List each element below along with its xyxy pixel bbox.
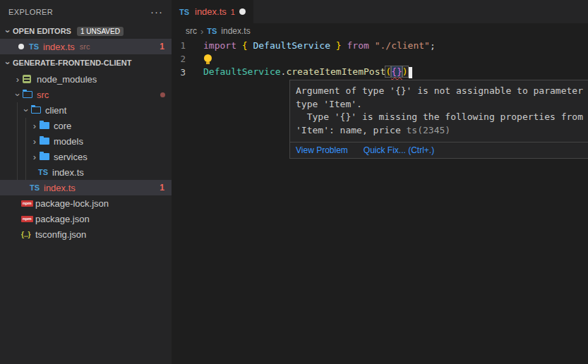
tree-item-models[interactable]: models (0, 133, 172, 149)
vscode-window: EXPLORER ··· OPEN EDITORS 1 UNSAVED TS i… (0, 0, 588, 364)
typescript-icon: TS (29, 42, 43, 51)
code-token: from (342, 40, 375, 51)
tree-item-tsconfig-json[interactable]: {..}tsconfig.json (0, 226, 172, 242)
explorer-title: EXPLORER (8, 8, 150, 16)
code-token: createItemItemPost (286, 66, 385, 77)
folder-open-icon (23, 91, 37, 98)
error-message-line: type 'Item'. (296, 99, 588, 112)
code-token: { (242, 40, 248, 51)
tree-item-label: client (45, 105, 66, 116)
error-message-line: Type '{}' is missing the following prope… (296, 111, 588, 125)
tree-item-label: models (54, 136, 83, 147)
lightbulb-icon[interactable] (204, 54, 212, 62)
breadcrumb-file[interactable]: index.ts (221, 26, 250, 36)
open-editor-file-path: src (80, 42, 90, 51)
tab-bar: TS index.ts 1 (172, 0, 588, 23)
tree-item-services[interactable]: services (0, 149, 172, 164)
chevron-right-icon (13, 74, 23, 85)
tree-item-label: index.ts (44, 183, 76, 193)
error-message-text: Type '{}' is missing the following prope… (296, 111, 583, 122)
chevron-down-icon (21, 105, 31, 116)
chevron-down-icon (3, 26, 13, 37)
error-message-text: 'Item': name, price (296, 125, 407, 135)
npm-icon: npm (21, 200, 35, 207)
line-content (203, 54, 212, 64)
chevron-down-icon (3, 58, 13, 68)
tree-item-index-ts[interactable]: TSindex.ts (0, 164, 172, 180)
tab-index-ts[interactable]: TS index.ts 1 (172, 0, 253, 23)
node-modules-folder-icon (23, 75, 37, 83)
error-tooltip: Argument of type '{}' is not assignable … (289, 80, 588, 159)
code-token: "./client" (375, 40, 430, 51)
line-content: DefaultService.createItemItemPost({}) (203, 66, 412, 78)
code-token: DefaultService (248, 40, 336, 51)
file-tree: node_modulessrcclientcoremodelsservicesT… (0, 71, 172, 242)
more-actions-icon[interactable]: ··· (150, 6, 163, 18)
open-editors-section[interactable]: OPEN EDITORS 1 UNSAVED (0, 23, 172, 39)
chevron-down-icon (13, 90, 23, 100)
tree-item-label: services (54, 152, 88, 162)
tree-item-label: package.json (35, 214, 90, 224)
tab-modified-dot-icon[interactable] (239, 8, 246, 15)
open-editor-file-name: index.ts (43, 42, 75, 52)
tab-error-count: 1 (231, 8, 235, 16)
error-dot-icon (160, 92, 165, 97)
folder-icon (40, 122, 54, 129)
tree-item-src[interactable]: src (0, 87, 172, 102)
code-token: DefaultService (203, 66, 281, 77)
unsaved-badge: 1 UNSAVED (77, 27, 124, 36)
error-message-text: type 'Item'. (296, 99, 362, 109)
explorer-sidebar: EXPLORER ··· OPEN EDITORS 1 UNSAVED TS i… (0, 0, 172, 364)
breadcrumb: src › TS index.ts (172, 23, 588, 39)
modified-dot-icon (18, 44, 24, 49)
tree-item-label: core (54, 121, 71, 131)
tab-file-name: index.ts (195, 6, 227, 17)
folder-open-icon (31, 107, 45, 114)
folder-icon (40, 153, 54, 160)
code-editor[interactable]: 1import { DefaultService } from "./clien… (172, 39, 588, 79)
line-number: 3 (172, 67, 203, 78)
open-editor-item-index-ts[interactable]: TS index.ts src 1 (0, 39, 172, 54)
quick-fix-link[interactable]: Quick Fix... (Ctrl+.) (364, 145, 434, 155)
code-line-1[interactable]: 1import { DefaultService } from "./clien… (172, 39, 588, 52)
line-number: 2 (172, 54, 203, 64)
chevron-right-icon (30, 121, 40, 131)
code-line-2[interactable]: 2 (172, 52, 588, 66)
json-icon: {..} (21, 231, 35, 238)
line-content: import { DefaultService } from "./client… (203, 40, 436, 51)
folder-icon (40, 138, 54, 145)
tree-item-label: src (37, 90, 49, 100)
chevron-right-icon (30, 152, 40, 162)
tree-item-label: package-lock.json (35, 198, 109, 209)
workspace-section[interactable]: GENERATE-FRONTEND-CLIENT (0, 54, 172, 71)
error-tooltip-actions: View Problem Quick Fix... (Ctrl+.) (290, 142, 588, 158)
code-token: ; (430, 40, 436, 51)
code-token: import (203, 40, 242, 51)
code-token: } (336, 40, 342, 51)
error-code: ts(2345) (407, 125, 451, 135)
tree-item-client[interactable]: client (0, 102, 172, 118)
tree-item-label: tsconfig.json (35, 229, 86, 240)
text-cursor (409, 67, 412, 78)
tree-item-index-ts[interactable]: TSindex.ts1 (0, 180, 172, 195)
open-editors-label: OPEN EDITORS (13, 27, 71, 35)
tree-item-node-modules[interactable]: node_modules (0, 71, 172, 87)
typescript-icon: TS (179, 8, 191, 16)
error-message-text: Argument of type '{}' is not assignable … (296, 85, 588, 96)
code-token: ( (385, 66, 391, 77)
code-line-3[interactable]: 3DefaultService.createItemItemPost({}) (172, 66, 588, 79)
breadcrumb-folder[interactable]: src (186, 26, 197, 36)
code-token: {} (391, 66, 402, 77)
error-count-badge: 1 (160, 183, 164, 193)
error-message-line: Argument of type '{}' is not assignable … (296, 85, 588, 99)
typescript-icon: TS (207, 27, 217, 35)
tree-item-package-lock-json[interactable]: npmpackage-lock.json (0, 195, 172, 211)
error-message-line: 'Item': name, price ts(2345) (296, 125, 588, 138)
error-count-badge: 1 (160, 42, 164, 51)
explorer-header: EXPLORER ··· (0, 0, 172, 23)
tree-item-package-json[interactable]: npmpackage.json (0, 211, 172, 226)
tree-item-label: node_modules (37, 74, 97, 85)
view-problem-link[interactable]: View Problem (296, 145, 348, 155)
tree-item-core[interactable]: core (0, 118, 172, 133)
typescript-icon: TS (30, 183, 44, 192)
